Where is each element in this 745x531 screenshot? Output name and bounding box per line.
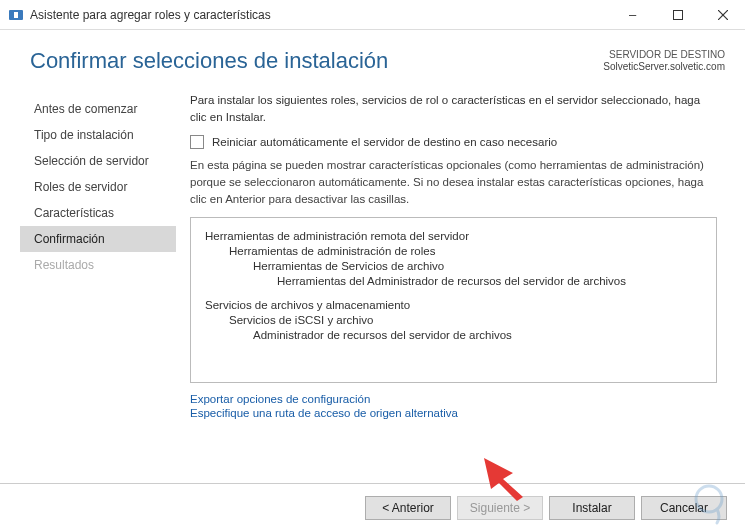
tree-item: Servicios de iSCSI y archivo [229, 314, 702, 326]
body: Antes de comenzar Tipo de instalación Se… [0, 82, 745, 478]
sidebar: Antes de comenzar Tipo de instalación Se… [0, 82, 180, 478]
sidebar-item-install-type[interactable]: Tipo de instalación [30, 122, 180, 148]
destination-info: SERVIDOR DE DESTINO SolveticServer.solve… [603, 48, 725, 72]
titlebar: Asistente para agregar roles y caracterí… [0, 0, 745, 30]
restart-row: Reiniciar automáticamente el servidor de… [190, 135, 717, 149]
sidebar-item-features[interactable]: Características [30, 200, 180, 226]
tree-item: Servicios de archivos y almacenamiento [205, 299, 702, 311]
svg-rect-1 [14, 12, 18, 18]
sidebar-item-server-roles[interactable]: Roles de servidor [30, 174, 180, 200]
svg-rect-2 [673, 10, 682, 19]
sidebar-item-before-begin[interactable]: Antes de comenzar [30, 96, 180, 122]
footer: < Anterior Siguiente > Instalar Cancelar [0, 483, 745, 531]
alternate-source-link[interactable]: Especifique una ruta de acceso de origen… [190, 407, 717, 419]
maximize-button[interactable] [655, 0, 700, 30]
tree-item: Herramientas del Administrador de recurs… [277, 275, 702, 287]
destination-server: SolveticServer.solvetic.com [603, 61, 725, 72]
window-title: Asistente para agregar roles y caracterí… [30, 8, 610, 22]
export-config-link[interactable]: Exportar opciones de configuración [190, 393, 717, 405]
previous-button[interactable]: < Anterior [365, 496, 451, 520]
window-controls: – [610, 0, 745, 30]
sidebar-item-confirmation[interactable]: Confirmación [20, 226, 176, 252]
minimize-button[interactable]: – [610, 0, 655, 30]
tree-item: Herramientas de administración remota de… [205, 230, 702, 242]
restart-label: Reiniciar automáticamente el servidor de… [212, 136, 557, 148]
links: Exportar opciones de configuración Espec… [190, 393, 717, 419]
content: Para instalar los siguientes roles, serv… [180, 82, 745, 478]
app-icon [8, 7, 24, 23]
tree-item: Herramientas de administración de roles [229, 245, 702, 257]
intro-text: Para instalar los siguientes roles, serv… [190, 92, 717, 125]
sidebar-item-results: Resultados [30, 252, 180, 278]
install-button[interactable]: Instalar [549, 496, 635, 520]
header: Confirmar selecciones de instalación SER… [0, 30, 745, 82]
sidebar-item-server-selection[interactable]: Selección de servidor [30, 148, 180, 174]
feature-list[interactable]: Herramientas de administración remota de… [190, 217, 717, 383]
destination-label: SERVIDOR DE DESTINO [603, 48, 725, 61]
restart-checkbox[interactable] [190, 135, 204, 149]
cancel-button[interactable]: Cancelar [641, 496, 727, 520]
optional-features-note: En esta página se pueden mostrar caracte… [190, 157, 717, 207]
next-button: Siguiente > [457, 496, 543, 520]
page-title: Confirmar selecciones de instalación [30, 48, 388, 74]
tree-item: Administrador de recursos del servidor d… [253, 329, 702, 341]
tree-item: Herramientas de Servicios de archivo [253, 260, 702, 272]
close-button[interactable] [700, 0, 745, 30]
